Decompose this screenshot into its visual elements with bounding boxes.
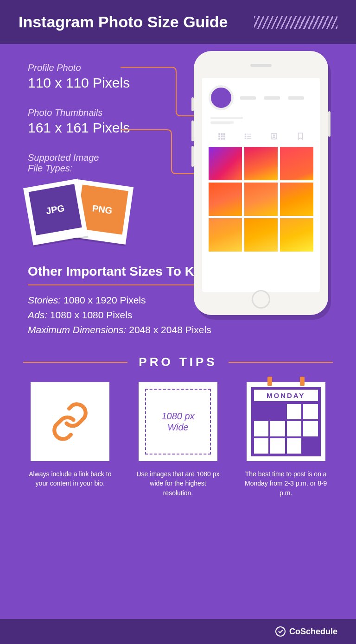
list-icon <box>244 132 252 140</box>
photo-grid <box>209 147 313 252</box>
tip-width: 1080 px Wide Use images that are 1080 px… <box>131 382 225 498</box>
tip-width-text: Use images that are 1080 px wide for the… <box>136 469 220 498</box>
filetype-jpg-card: JPG <box>23 179 88 246</box>
svg-point-15 <box>245 136 246 137</box>
width-card-line2: Wide <box>167 422 188 433</box>
header-decoration <box>254 16 337 29</box>
brand-name: CoSchedule <box>289 627 337 637</box>
svg-point-14 <box>245 134 246 135</box>
tagged-icon <box>270 132 278 140</box>
svg-rect-3 <box>221 133 223 135</box>
calendar-card: MONDAY <box>247 382 325 461</box>
grid-tile <box>244 147 278 180</box>
width-card: 1080 px Wide <box>139 382 217 461</box>
bookmark-icon <box>296 132 305 140</box>
grid-icon <box>217 132 226 140</box>
phone-screen <box>202 78 320 292</box>
grid-tile <box>280 147 313 180</box>
profile-stats <box>240 96 313 100</box>
svg-point-18 <box>273 135 275 136</box>
svg-rect-10 <box>223 138 225 140</box>
brand-check-icon <box>275 626 286 637</box>
svg-rect-6 <box>221 136 223 138</box>
header-bar: Instagram Photo Size Guide <box>0 0 356 44</box>
profile-tab-icons <box>209 132 313 140</box>
tip-link: Always include a link back to your conte… <box>23 382 117 498</box>
page-title: Instagram Photo Size Guide <box>19 13 228 31</box>
grid-tile <box>280 183 313 216</box>
calendar-heading: MONDAY <box>254 390 318 401</box>
link-icon-card <box>31 382 109 461</box>
protips-section: PRO TIPS Always include a link back to y… <box>23 355 333 498</box>
grid-tile <box>280 218 313 252</box>
filetype-jpg-label: JPG <box>29 184 82 235</box>
svg-rect-5 <box>219 136 221 138</box>
grid-tile <box>209 183 242 216</box>
tip-timing-text: The best time to post is on a Monday fro… <box>244 469 328 498</box>
svg-rect-7 <box>223 136 225 138</box>
size-max: Maximum Dimensions: 2048 x 2048 Pixels <box>28 324 328 335</box>
grid-tile <box>209 218 242 252</box>
protips-heading: PRO TIPS <box>139 355 217 369</box>
width-card-line1: 1080 px <box>161 410 194 422</box>
svg-rect-8 <box>219 138 221 140</box>
svg-rect-4 <box>223 133 225 135</box>
tip-timing: MONDAY The best time to post is on a Mon… <box>239 382 333 498</box>
avatar-icon <box>209 85 234 110</box>
link-icon <box>49 401 91 442</box>
grid-tile <box>209 147 242 180</box>
svg-point-16 <box>245 138 246 139</box>
tip-link-text: Always include a link back to your conte… <box>28 469 112 488</box>
bio-placeholder <box>210 117 313 124</box>
svg-rect-2 <box>219 133 221 135</box>
grid-tile <box>244 218 278 252</box>
grid-tile <box>244 183 278 216</box>
svg-rect-9 <box>221 138 223 140</box>
phone-mockup <box>194 51 328 315</box>
footer-bar: CoSchedule <box>0 619 356 644</box>
